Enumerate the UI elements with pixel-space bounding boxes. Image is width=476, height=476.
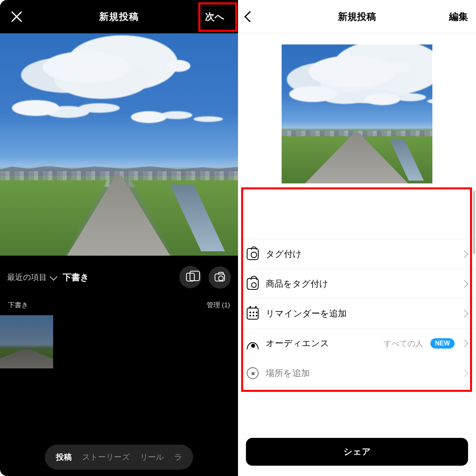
album-bar: 最近の項目 下書き: [0, 256, 238, 299]
option-label: 商品をタグ付け: [266, 278, 455, 290]
album-picker[interactable]: 最近の項目 下書き: [7, 272, 89, 283]
scroll-indicator: [473, 191, 475, 254]
calendar-icon: [247, 308, 259, 320]
drafts-tab[interactable]: 下書き: [63, 272, 89, 283]
option-label: リマインダーを追加: [266, 308, 455, 320]
back-icon[interactable]: [244, 11, 255, 22]
share-bar: シェア: [238, 432, 476, 476]
chevron-right-icon: [461, 310, 468, 318]
compose-photo-preview[interactable]: [282, 44, 432, 183]
mode-post[interactable]: 投稿: [56, 452, 72, 463]
page-title: 新規投稿: [99, 10, 139, 23]
compose-header: 新規投稿 編集: [238, 0, 476, 33]
camera-button[interactable]: [209, 266, 231, 289]
option-add-reminder[interactable]: リマインダーを追加: [238, 299, 476, 328]
share-button[interactable]: シェア: [246, 438, 468, 466]
option-audience[interactable]: オーディエンス すべての人 NEW: [238, 328, 476, 358]
option-add-location[interactable]: 場所を追加: [238, 358, 476, 388]
mode-live[interactable]: ラ: [174, 452, 182, 463]
chevron-right-icon: [461, 369, 468, 377]
compose-options: タグ付け 商品をタグ付け リマインダーを追加 オーディエンス すべての人 NEW: [238, 183, 476, 432]
drafts-section-title: 下書き: [8, 301, 28, 310]
option-tag-people[interactable]: タグ付け: [238, 239, 476, 269]
edit-button[interactable]: 編集: [449, 10, 468, 23]
page-title: 新規投稿: [338, 10, 376, 23]
audience-icon: [247, 342, 259, 349]
caption-input[interactable]: [238, 183, 476, 239]
tag-people-icon: [247, 248, 259, 260]
compose-pane: 新規投稿 編集 タグ付け 商品をタグ付け: [238, 0, 476, 476]
manage-drafts-link[interactable]: 管理 (1): [207, 301, 230, 310]
drafts-section-header: 下書き 管理 (1): [0, 299, 238, 313]
picker-pane: 新規投稿 次へ 最近の項目 下書き 下書き 管理 (1): [0, 0, 238, 476]
chevron-down-icon: [50, 273, 58, 281]
option-label: タグ付け: [266, 248, 455, 260]
thumbnail-grid: [0, 313, 238, 370]
camera-icon: [215, 274, 225, 281]
draft-thumbnail[interactable]: [0, 315, 53, 368]
audience-value: すべての人: [384, 338, 423, 349]
location-icon: [247, 367, 259, 379]
option-label: 場所を追加: [266, 367, 455, 379]
chevron-right-icon: [461, 339, 468, 347]
new-badge: NEW: [430, 338, 455, 349]
chevron-right-icon: [461, 280, 468, 288]
mode-switcher[interactable]: 投稿 ストーリーズ リール ラ: [45, 445, 193, 470]
picker-header: 新規投稿 次へ: [0, 0, 238, 33]
mode-stories[interactable]: ストーリーズ: [82, 452, 130, 463]
next-button[interactable]: 次へ: [201, 6, 228, 27]
multi-select-button[interactable]: [179, 266, 202, 288]
close-icon[interactable]: [10, 10, 24, 24]
option-label: オーディエンス: [266, 337, 376, 349]
selected-photo-preview[interactable]: [0, 33, 238, 256]
album-label: 最近の項目: [7, 272, 47, 283]
mode-reels[interactable]: リール: [140, 452, 164, 463]
chevron-right-icon: [461, 250, 468, 258]
shopping-bag-icon: [247, 278, 259, 290]
option-tag-products[interactable]: 商品をタグ付け: [238, 269, 476, 299]
picker-actions: [174, 266, 231, 289]
multi-select-icon: [186, 273, 195, 281]
